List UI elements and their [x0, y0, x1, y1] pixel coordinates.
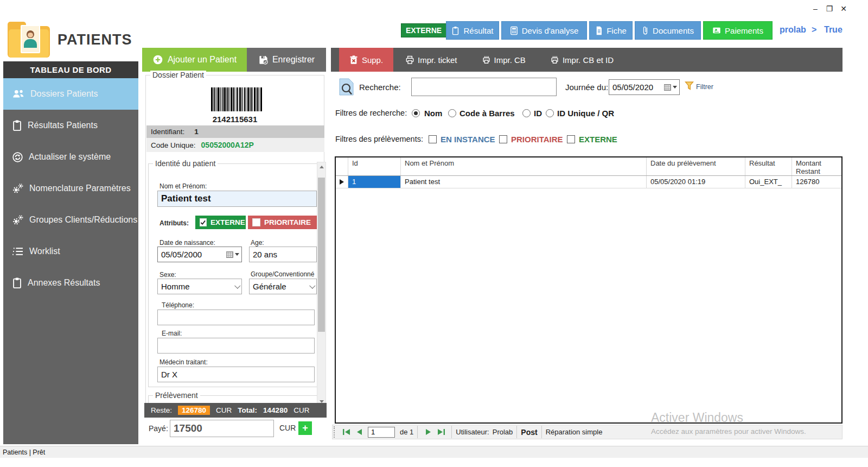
sidebar-item-dossiers-patients[interactable]: Dossiers Patients: [3, 78, 138, 110]
gears-icon: [12, 182, 24, 194]
scroll-up-icon[interactable]: [317, 162, 326, 171]
column-header-date[interactable]: Date du prélèvement: [647, 157, 745, 175]
payment-hand-icon: [712, 26, 721, 35]
prioritaire-attribute-checkbox[interactable]: PRIORITAIRE: [248, 216, 317, 229]
radio-id-label[interactable]: ID: [534, 109, 542, 118]
resultat-button[interactable]: Résultat: [446, 21, 499, 40]
checkbox-en-instance-label[interactable]: EN INSTANCE: [441, 135, 495, 144]
chevron-down-icon: [673, 86, 677, 89]
externe-attribute-checkbox[interactable]: EXTERNE: [195, 216, 246, 229]
paye-label: Payé:: [149, 424, 168, 433]
barcode-value: 2142115631: [146, 115, 324, 124]
sex-label: Sexe:: [159, 271, 176, 279]
code-unique-row: Code Unique: 05052000A12P: [146, 138, 324, 152]
restore-button[interactable]: ❐: [824, 3, 835, 14]
reste-value: 126780: [178, 406, 210, 415]
devis-analyse-button[interactable]: Devis d'analyse: [501, 21, 587, 40]
calculator-icon: [510, 26, 518, 35]
total-label: Total:: [238, 406, 257, 414]
externe-status-badge: EXTERNE: [401, 23, 446, 37]
last-page-icon[interactable]: [435, 426, 448, 438]
dob-input[interactable]: 05/05/2000: [157, 247, 242, 262]
paye-input[interactable]: [170, 420, 274, 437]
cell-name[interactable]: Patient test: [401, 176, 647, 188]
column-header-resultat[interactable]: Résultat: [745, 157, 792, 175]
radio-id-unique-qr[interactable]: [546, 109, 554, 117]
close-button[interactable]: ✕: [838, 3, 850, 14]
filter-label[interactable]: Filtrer: [696, 83, 713, 91]
title-bar: – ❐ ✕: [0, 0, 868, 16]
cell-montant[interactable]: 126780: [792, 176, 841, 188]
user-value: Prolab: [493, 428, 513, 436]
paiements-button[interactable]: Paiements: [703, 21, 773, 40]
paid-row: Payé: CUR +: [144, 418, 327, 440]
documents-button[interactable]: Documents: [635, 21, 701, 40]
prelev-filters-label: Filtres des prélèvements:: [335, 135, 423, 143]
checkbox-en-instance[interactable]: [429, 135, 437, 143]
page-number-input[interactable]: [368, 427, 395, 438]
radio-code-barres-label[interactable]: Code à Barres: [459, 109, 515, 118]
calendar-icon[interactable]: [226, 251, 233, 258]
attributs-label: Attributs:: [159, 219, 189, 227]
sidebar-item-nomenclature-parametres[interactable]: Nomenclature Paramètres: [3, 173, 138, 204]
sex-select[interactable]: Homme: [157, 279, 242, 294]
add-patient-button[interactable]: Ajouter un Patient: [142, 48, 247, 72]
fiche-button[interactable]: Fiche: [589, 21, 633, 40]
page-count-label: de 1: [400, 428, 413, 436]
filter-funnel-icon[interactable]: [685, 81, 694, 91]
checkbox-prioritaire[interactable]: [499, 135, 507, 143]
next-page-icon[interactable]: [422, 426, 435, 438]
prelevement-legend: Prélèvement: [153, 391, 200, 400]
plus-circle-icon: [152, 54, 163, 65]
column-header-nom[interactable]: Nom et Prénom: [401, 157, 647, 175]
email-input[interactable]: [157, 338, 315, 354]
cell-id[interactable]: 1: [348, 176, 401, 188]
journee-date-input[interactable]: 05/05/2020: [609, 79, 680, 95]
checkbox-prioritaire-label[interactable]: PRIORITAIRE: [511, 135, 563, 144]
column-header-id[interactable]: Id: [348, 157, 401, 175]
add-payment-button[interactable]: +: [298, 421, 312, 435]
splitter-handle[interactable]: [334, 426, 336, 438]
radio-nom-label[interactable]: Nom: [424, 109, 442, 118]
sidebar-item-resultats-patients[interactable]: Résultats Patients: [3, 110, 138, 141]
search-icon[interactable]: [339, 78, 354, 96]
print-ticket-button[interactable]: Impr. ticket: [405, 55, 457, 65]
scrollbar-thumb[interactable]: [318, 178, 325, 332]
name-input[interactable]: [157, 191, 317, 207]
print-cb-id-button[interactable]: Impr. CB et ID: [550, 55, 614, 65]
age-input[interactable]: [249, 247, 317, 262]
cell-date[interactable]: 05/05/2020 01:19: [647, 176, 745, 188]
search-input[interactable]: [411, 78, 557, 96]
cell-resultat[interactable]: Oui_EXT_: [745, 176, 792, 188]
sidebar-item-actualiser-systeme[interactable]: Actualiser le système: [3, 141, 138, 173]
identity-scrollbar[interactable]: [317, 162, 326, 406]
checkbox-externe[interactable]: [567, 135, 575, 143]
sidebar-item-worklist[interactable]: Worklist: [3, 236, 138, 267]
sidebar: TABLEAU DE BORD Dossiers Patients Résult…: [3, 61, 138, 444]
first-page-icon[interactable]: [340, 426, 353, 438]
save-button[interactable]: Enregistrer: [247, 48, 326, 72]
phone-input[interactable]: [157, 310, 315, 325]
radio-id-unique-qr-label[interactable]: ID Unique / QR: [557, 109, 614, 118]
sidebar-item-annexes-resultats[interactable]: Annexes Résultats: [3, 267, 138, 299]
delete-button[interactable]: Supp.: [339, 48, 393, 72]
code-unique-value: 05052000A12P: [201, 141, 254, 149]
minimize-button[interactable]: –: [809, 3, 821, 14]
print-cb-button[interactable]: Impr. CB: [482, 55, 526, 65]
radio-code-barres[interactable]: [448, 109, 456, 117]
group-select[interactable]: Générale: [249, 279, 317, 294]
checkbox-externe-label[interactable]: EXTERNE: [579, 135, 617, 144]
column-header-montant[interactable]: Montant Restant: [792, 157, 841, 175]
paperclip-icon: [642, 26, 649, 35]
marker-column-header: [336, 157, 348, 175]
doctor-input[interactable]: [157, 367, 315, 382]
radio-nom[interactable]: [412, 109, 420, 117]
calendar-icon[interactable]: [664, 84, 671, 91]
sidebar-item-groupes-clients-reductions[interactable]: Groupes Clients/Réductions: [3, 204, 138, 236]
prev-page-icon[interactable]: [353, 426, 366, 438]
checked-checkbox-icon: [200, 218, 207, 226]
patients-table: Id Nom et Prénom Date du prélèvement Rés…: [335, 156, 843, 424]
radio-id[interactable]: [522, 109, 531, 117]
dossier-patient-group: Dossier Patient 2142115631 Identifiant: …: [145, 75, 324, 440]
table-row[interactable]: 1 Patient test 05/05/2020 01:19 Oui_EXT_…: [336, 176, 841, 188]
